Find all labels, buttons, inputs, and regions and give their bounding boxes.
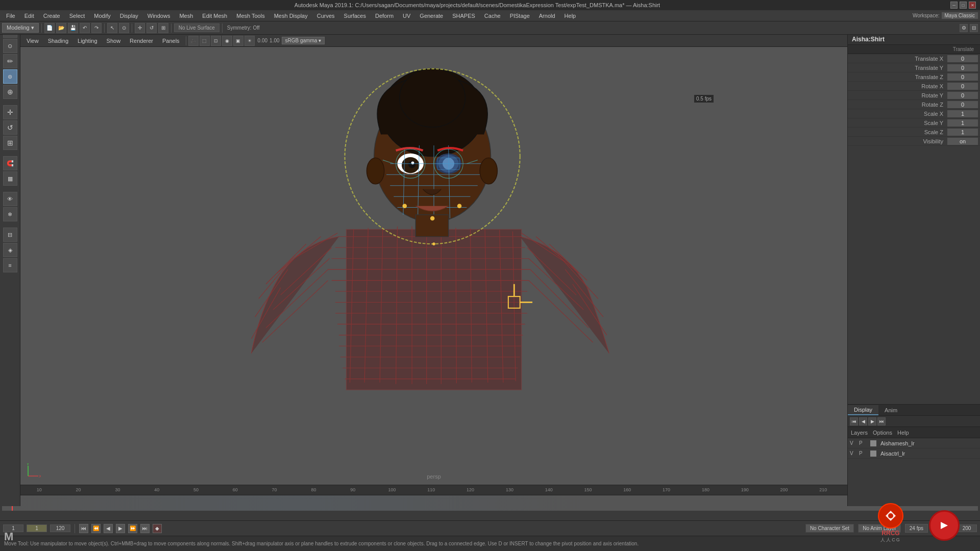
mode-selector[interactable]: Modeling ▾ xyxy=(2,23,39,33)
vp-menu-shading[interactable]: Shading xyxy=(44,37,72,45)
vp-menu-panels[interactable]: Panels xyxy=(158,37,184,45)
menu-help[interactable]: Help xyxy=(560,12,580,20)
layout-btn[interactable]: ⊟ xyxy=(970,24,978,32)
layer-p-2[interactable]: P xyxy=(859,450,866,456)
lasso-btn[interactable]: ⊙ xyxy=(119,23,129,33)
select-tool-btn[interactable]: ↖ xyxy=(107,23,117,33)
grid-tool[interactable]: ▦ xyxy=(3,171,17,186)
frame-range-end2-input[interactable] xyxy=(957,524,977,532)
vp-select-btn[interactable]: ⬚ xyxy=(200,36,210,46)
menu-surfaces[interactable]: Surfaces xyxy=(340,12,370,20)
rewind-to-start-btn[interactable]: ⏮ xyxy=(79,524,88,533)
play-back-btn[interactable]: ◀ xyxy=(104,524,113,533)
open-btn[interactable]: 📂 xyxy=(56,23,66,33)
menu-deform[interactable]: Deform xyxy=(371,12,398,20)
menu-edit-mesh[interactable]: Edit Mesh xyxy=(198,12,231,20)
vp-menu-show[interactable]: Show xyxy=(103,37,125,45)
menu-pistage[interactable]: PIStage xyxy=(506,12,534,20)
channel-value[interactable]: 1 xyxy=(947,129,978,136)
layer-v-1[interactable]: V xyxy=(850,440,857,446)
menu-curves[interactable]: Curves xyxy=(313,12,339,20)
channel-value[interactable]: 0 xyxy=(947,92,978,99)
rotate-tool-btn[interactable]: ↺ xyxy=(146,23,157,33)
obj-rotate-tool[interactable]: ↺ xyxy=(3,120,17,135)
snap-tool[interactable]: 🧲 xyxy=(3,156,17,170)
menu-modify[interactable]: Modify xyxy=(90,12,114,20)
sculpt-tool[interactable]: ⊛ xyxy=(3,69,17,84)
channel-value[interactable]: 0 xyxy=(947,73,978,81)
obj-scale-tool[interactable]: ⊞ xyxy=(3,136,17,150)
close-btn[interactable]: ✕ xyxy=(969,2,976,9)
vp-wireframe-btn[interactable]: ⊡ xyxy=(211,36,221,46)
fwd-to-end-btn[interactable]: ⏭ xyxy=(140,524,150,533)
vp-camera-btn[interactable]: 🎥 xyxy=(188,36,199,46)
vp-light-btn[interactable]: ☀ xyxy=(244,36,255,46)
menu-mesh[interactable]: Mesh xyxy=(175,12,197,20)
vp-menu-lighting[interactable]: Lighting xyxy=(74,37,102,45)
menu-mesh-display[interactable]: Mesh Display xyxy=(270,12,312,20)
channel-value[interactable]: 0 xyxy=(947,83,978,90)
layer-name-1[interactable]: Aishamesh_lr xyxy=(880,440,915,446)
viewport[interactable]: 0.5 fps persp X Y xyxy=(20,47,847,485)
layer-v-2[interactable]: V xyxy=(850,450,857,456)
menu-file[interactable]: File xyxy=(2,12,19,20)
render-tool[interactable]: ◈ xyxy=(3,243,17,257)
layer-p-1[interactable]: P xyxy=(859,440,866,446)
outline-tool[interactable]: ≡ xyxy=(3,258,17,272)
frame-end-input[interactable] xyxy=(50,524,70,532)
anim-tab[interactable]: Anim xyxy=(878,406,903,415)
channel-value[interactable]: 0 xyxy=(947,55,978,62)
layers-rewind-btn[interactable]: ⏮ xyxy=(850,417,858,425)
channel-value[interactable]: on xyxy=(947,138,978,145)
layers-menu-help[interactable]: Help xyxy=(897,430,909,436)
obj-move-tool[interactable]: ✛ xyxy=(3,105,17,119)
menu-generate[interactable]: Generate xyxy=(415,12,447,20)
layers-menu-layers[interactable]: Layers xyxy=(851,430,868,436)
menu-cache[interactable]: Cache xyxy=(480,12,505,20)
layers-menu-options[interactable]: Options xyxy=(873,430,892,436)
save-btn[interactable]: 💾 xyxy=(68,23,78,33)
new-file-btn[interactable]: 📄 xyxy=(44,23,55,33)
vp-menu-renderer[interactable]: Renderer xyxy=(126,37,157,45)
vp-smooth-btn[interactable]: ◉ xyxy=(222,36,232,46)
settings-btn[interactable]: ⚙ xyxy=(960,24,968,32)
maximize-btn[interactable]: □ xyxy=(960,2,967,9)
no-character-set[interactable]: No Character Set xyxy=(805,524,854,533)
scale-tool-btn[interactable]: ⊞ xyxy=(158,23,168,33)
timeline-bar[interactable] xyxy=(2,495,978,511)
key-btn[interactable]: ◆ xyxy=(153,524,162,533)
freeze-tool[interactable]: ❄ xyxy=(3,207,17,221)
menu-select[interactable]: Select xyxy=(65,12,89,20)
menu-mesh-tools[interactable]: Mesh Tools xyxy=(232,12,268,20)
channel-value[interactable]: 1 xyxy=(947,110,978,117)
minimize-btn[interactable]: ─ xyxy=(950,2,958,9)
prev-key-btn[interactable]: ⏪ xyxy=(91,524,101,533)
vp-menu-view[interactable]: View xyxy=(22,37,43,45)
layers-prev-btn[interactable]: ◀ xyxy=(859,417,867,425)
layers-next-btn[interactable]: ▶ xyxy=(868,417,876,425)
menu-windows[interactable]: Windows xyxy=(143,12,175,20)
paint-select-tool[interactable]: ⊙ xyxy=(3,39,17,53)
workspace-value[interactable]: Maya Classic xyxy=(942,12,978,19)
show-hide-tool[interactable]: 👁 xyxy=(3,192,17,206)
paint-tool[interactable]: ✏ xyxy=(3,54,17,68)
menu-shapes[interactable]: SHAPES xyxy=(448,12,479,20)
record-button[interactable] xyxy=(929,510,960,541)
smear-tool[interactable]: ⊕ xyxy=(3,85,17,99)
play-fwd-btn[interactable]: ▶ xyxy=(116,524,125,533)
channel-value[interactable]: 1 xyxy=(947,119,978,127)
redo-btn[interactable]: ↷ xyxy=(91,23,102,33)
display-tab[interactable]: Display xyxy=(848,405,878,415)
layers-end-btn[interactable]: ⏭ xyxy=(877,417,886,425)
undo-btn[interactable]: ↶ xyxy=(80,23,90,33)
menu-arnold[interactable]: Arnold xyxy=(535,12,559,20)
frame-current-input[interactable] xyxy=(27,524,47,532)
layer-tool[interactable]: ⊟ xyxy=(3,228,17,242)
channel-value[interactable]: 0 xyxy=(947,101,978,108)
menu-uv[interactable]: UV xyxy=(399,12,414,20)
move-tool-btn[interactable]: ✛ xyxy=(135,23,145,33)
layer-name-2[interactable]: Aisactrl_lr xyxy=(880,450,905,457)
menu-create[interactable]: Create xyxy=(39,12,64,20)
channel-value[interactable]: 0 xyxy=(947,64,978,71)
gamma-selector[interactable]: sRGB gamma ▾ xyxy=(282,37,325,44)
